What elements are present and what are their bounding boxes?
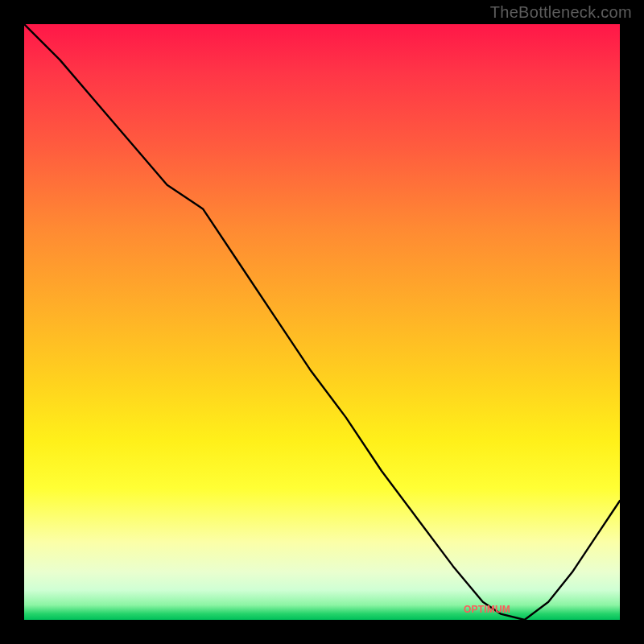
bottleneck-curve-path	[24, 24, 620, 620]
chart-container: TheBottleneck.com OPTIMUM	[0, 0, 644, 644]
optimum-annotation: OPTIMUM	[464, 604, 510, 615]
watermark-text: TheBottleneck.com	[490, 3, 632, 22]
plot-area: OPTIMUM	[24, 24, 620, 620]
curve-svg	[24, 24, 620, 620]
